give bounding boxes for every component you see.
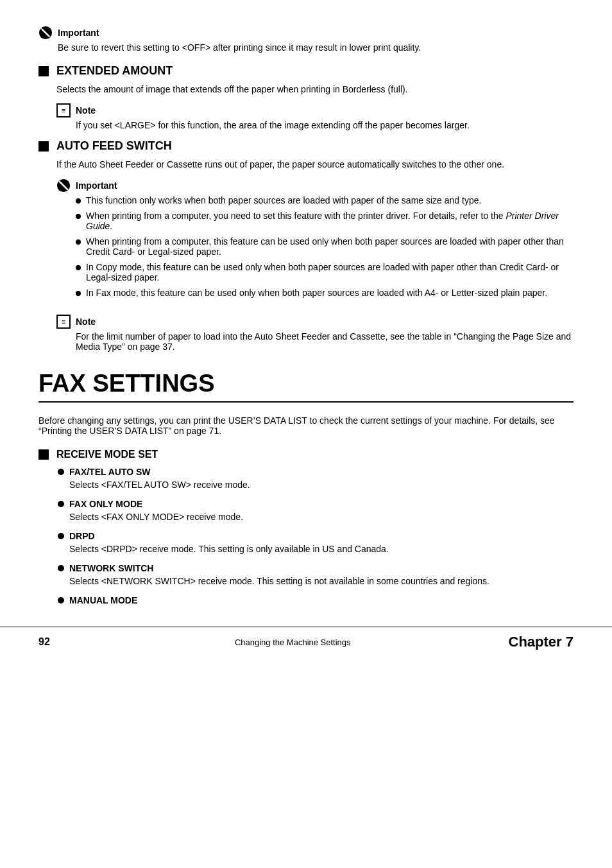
note-header: ≡ Note bbox=[56, 103, 574, 117]
fax-settings-title: FAX SETTINGS bbox=[38, 370, 214, 397]
auto-feed-note: ≡ Note For the limit number of paper to … bbox=[56, 315, 574, 352]
bullet-text: When printing from a computer, you need … bbox=[86, 211, 574, 231]
fax-only-mode-item: FAX ONLY MODE Selects <FAX ONLY MODE> re… bbox=[58, 499, 574, 522]
fax-tel-auto-sw-title: FAX/TEL AUTO SW bbox=[69, 467, 151, 477]
bullet-dot bbox=[76, 291, 81, 296]
fax-tel-auto-sw-header: FAX/TEL AUTO SW bbox=[58, 467, 574, 477]
extended-amount-title: EXTENDED AMOUNT bbox=[56, 64, 173, 78]
network-switch-body: Selects <NETWORK SWITCH> receive mode. T… bbox=[69, 576, 574, 586]
fax-only-mode-title: FAX ONLY MODE bbox=[69, 499, 142, 509]
list-item: When printing from a computer, you need … bbox=[76, 211, 574, 231]
bullet-dot bbox=[76, 265, 81, 270]
extended-amount-note: ≡ Note If you set <LARGE> for this funct… bbox=[56, 103, 574, 130]
fax-settings-intro: Before changing any settings, you can pr… bbox=[38, 415, 574, 436]
drpd-body: Selects <DRPD> receive mode. This settin… bbox=[69, 544, 574, 554]
auto-feed-note-label: Note bbox=[76, 317, 96, 327]
auto-feed-note-text: For the limit number of paper to load in… bbox=[76, 331, 574, 352]
extended-amount-body: Selects the amount of image that extends… bbox=[56, 84, 574, 130]
list-item: In Fax mode, this feature can be used on… bbox=[76, 288, 574, 298]
page: Important Be sure to revert this setting… bbox=[0, 0, 612, 670]
receive-mode-set-icon bbox=[38, 449, 49, 460]
page-footer: 92 Changing the Machine Settings Chapter… bbox=[0, 627, 612, 657]
fax-only-mode-header: FAX ONLY MODE bbox=[58, 499, 574, 509]
page-number: 92 bbox=[38, 636, 77, 648]
note-label: Note bbox=[76, 105, 96, 116]
drpd-title: DRPD bbox=[69, 531, 95, 541]
bullet-text: When printing from a computer, this feat… bbox=[86, 236, 574, 257]
top-important-label: Important bbox=[58, 28, 99, 38]
bullet-text: This function only works when both paper… bbox=[86, 195, 481, 205]
auto-feed-switch-section-header: AUTO FEED SWITCH bbox=[38, 139, 574, 153]
receive-mode-set-section: RECEIVE MODE SET FAX/TEL AUTO SW Selects… bbox=[38, 449, 574, 608]
receive-mode-set-header: RECEIVE MODE SET bbox=[38, 449, 574, 460]
auto-feed-important-block: Important This function only works when … bbox=[56, 178, 574, 303]
extended-amount-icon bbox=[38, 66, 49, 76]
bullet-dot bbox=[76, 214, 81, 219]
fax-tel-auto-sw-dot bbox=[58, 469, 64, 475]
extended-amount-section-header: EXTENDED AMOUNT bbox=[38, 64, 574, 78]
receive-mode-set-title: RECEIVE MODE SET bbox=[56, 449, 158, 460]
drpd-header: DRPD bbox=[58, 531, 574, 541]
network-switch-dot bbox=[58, 565, 64, 571]
list-item: In Copy mode, this feature can be used o… bbox=[76, 262, 574, 282]
fax-only-mode-body: Selects <FAX ONLY MODE> receive mode. bbox=[69, 512, 574, 522]
manual-mode-item: MANUAL MODE bbox=[58, 595, 574, 608]
manual-mode-dot bbox=[58, 597, 64, 603]
auto-feed-important-icon bbox=[56, 178, 71, 193]
bullet-text: In Copy mode, this feature can be used o… bbox=[86, 262, 574, 282]
footer-center-text: Changing the Machine Settings bbox=[77, 638, 509, 647]
manual-mode-header: MANUAL MODE bbox=[58, 595, 574, 605]
note-icon: ≡ bbox=[56, 103, 71, 117]
fax-tel-auto-sw-body: Selects <FAX/TEL AUTO SW> receive mode. bbox=[69, 480, 574, 490]
auto-feed-important-list: This function only works when both paper… bbox=[76, 195, 574, 303]
auto-feed-switch-icon bbox=[38, 141, 49, 152]
fax-only-mode-dot bbox=[58, 501, 64, 507]
manual-mode-title: MANUAL MODE bbox=[69, 595, 137, 605]
top-important-block: Important Be sure to revert this setting… bbox=[38, 26, 574, 53]
auto-feed-switch-title: AUTO FEED SWITCH bbox=[56, 139, 172, 153]
top-important-header: Important bbox=[38, 26, 574, 40]
auto-feed-note-header: ≡ Note bbox=[56, 315, 574, 329]
auto-feed-note-icon: ≡ bbox=[56, 315, 71, 329]
auto-feed-important-label: Important bbox=[76, 180, 117, 191]
fax-tel-auto-sw-item: FAX/TEL AUTO SW Selects <FAX/TEL AUTO SW… bbox=[58, 467, 574, 490]
note-text: If you set <LARGE> for this function, th… bbox=[76, 120, 574, 130]
network-switch-header: NETWORK SWITCH bbox=[58, 563, 574, 573]
bullet-dot bbox=[76, 239, 81, 245]
drpd-item: DRPD Selects <DRPD> receive mode. This s… bbox=[58, 531, 574, 554]
auto-feed-switch-body: If the Auto Sheet Feeder or Cassette run… bbox=[56, 159, 574, 352]
bullet-text: In Fax mode, this feature can be used on… bbox=[86, 288, 547, 298]
extended-amount-text: Selects the amount of image that extends… bbox=[56, 84, 574, 94]
drpd-dot bbox=[58, 533, 64, 539]
auto-feed-switch-text: If the Auto Sheet Feeder or Cassette run… bbox=[56, 159, 574, 169]
top-important-text: Be sure to revert this setting to <OFF> … bbox=[58, 42, 574, 53]
list-item: When printing from a computer, this feat… bbox=[76, 236, 574, 257]
auto-feed-important-header: Important bbox=[56, 178, 574, 193]
footer-chapter: Chapter 7 bbox=[509, 634, 574, 650]
fax-settings-section: FAX SETTINGS bbox=[38, 370, 574, 403]
network-switch-title: NETWORK SWITCH bbox=[69, 563, 153, 573]
important-icon bbox=[38, 26, 53, 40]
list-item: This function only works when both paper… bbox=[76, 195, 574, 205]
bullet-dot bbox=[76, 198, 81, 204]
network-switch-item: NETWORK SWITCH Selects <NETWORK SWITCH> … bbox=[58, 563, 574, 586]
